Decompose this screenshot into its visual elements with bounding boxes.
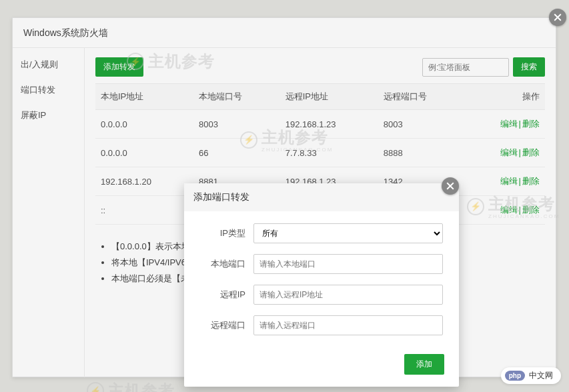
remote-port-label: 远程端口 xyxy=(200,319,253,331)
local-port-input[interactable] xyxy=(253,254,443,274)
close-icon xyxy=(554,13,562,21)
badge-text: 中文网 xyxy=(529,370,553,381)
add-forward-modal: 添加端口转发 IP类型 所有 本地端口 远程IP 远程端口 添加 xyxy=(184,183,459,387)
remote-ip-label: 远程IP xyxy=(200,289,253,301)
ip-type-label: IP类型 xyxy=(200,227,253,239)
close-icon xyxy=(446,182,454,190)
remote-port-input[interactable] xyxy=(253,315,443,335)
php-badge: php 中文网 xyxy=(501,367,561,384)
close-modal-button[interactable] xyxy=(442,177,459,195)
close-panel-button[interactable] xyxy=(549,9,566,26)
modal-title: 添加端口转发 xyxy=(184,183,459,211)
local-port-label: 本地端口 xyxy=(200,258,253,270)
modal-submit-button[interactable]: 添加 xyxy=(404,354,444,375)
ip-type-select[interactable]: 所有 xyxy=(253,223,443,243)
php-logo-icon: php xyxy=(505,371,525,381)
remote-ip-input[interactable] xyxy=(253,285,443,305)
